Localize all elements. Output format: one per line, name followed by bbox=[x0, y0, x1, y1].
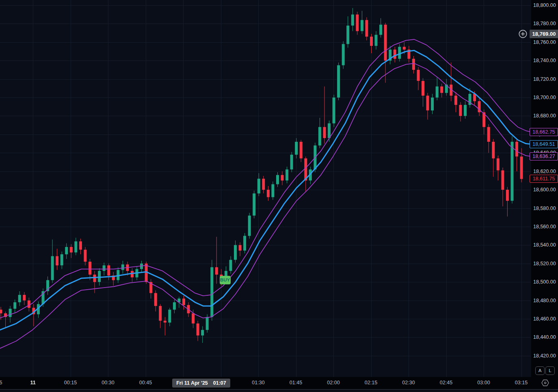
ema-price-label: 18,649.51 bbox=[530, 140, 558, 148]
hexagon-dot-icon bbox=[541, 379, 549, 387]
time-tick: 5 bbox=[0, 380, 2, 386]
crosshair-price-label: 18,769.00 bbox=[530, 30, 558, 38]
price-tick: 18,780.00 bbox=[533, 20, 556, 27]
circle-plus-icon bbox=[519, 30, 527, 38]
price-tick: 18,620.00 bbox=[533, 168, 556, 175]
price-tick: 18,420.00 bbox=[533, 353, 556, 359]
price-tick: 18,500.00 bbox=[533, 279, 556, 285]
price-tick: 18,520.00 bbox=[533, 260, 556, 267]
price-tick: 18,720.00 bbox=[533, 76, 556, 82]
time-axis-settings-corner bbox=[531, 377, 558, 389]
price-tick: 18,560.00 bbox=[533, 223, 556, 230]
auto-scale-button[interactable]: A bbox=[535, 366, 545, 375]
time-tick: 00:30 bbox=[102, 380, 114, 386]
time-tick: 02:45 bbox=[440, 380, 452, 386]
price-tick: 18,540.00 bbox=[533, 242, 556, 248]
time-tick: 03:15 bbox=[515, 380, 528, 386]
window-bottom-edge bbox=[0, 389, 558, 392]
time-tick: 02:15 bbox=[365, 380, 377, 386]
price-axis-plus-icon[interactable] bbox=[519, 30, 527, 38]
price-tick: 18,460.00 bbox=[533, 316, 556, 322]
price-tick: 18,600.00 bbox=[533, 186, 556, 193]
time-tick: 02:30 bbox=[402, 380, 415, 386]
timezone-settings-icon[interactable] bbox=[541, 379, 549, 387]
time-axis[interactable]: 03:1503:0002:4502:3002:1502:0001:4501:30… bbox=[0, 377, 531, 389]
time-tick: 01:30 bbox=[252, 380, 264, 386]
trading-chart-window: BUY A L 18,420.0018,440.0018,460.0018,48… bbox=[0, 0, 558, 392]
chart-background bbox=[0, 0, 531, 377]
price-tick: 18,740.00 bbox=[533, 57, 556, 64]
price-tick: 18,760.00 bbox=[533, 39, 556, 45]
price-tick: 18,680.00 bbox=[533, 113, 556, 119]
bar-time-label: Fri 11 Apr '25 01:07 bbox=[172, 379, 230, 388]
last-price-label: 18,611.75 bbox=[530, 175, 558, 183]
band-upper-price-label: 18,662.75 bbox=[530, 128, 558, 136]
price-tick: 18,580.00 bbox=[533, 205, 556, 212]
price-tick: 18,440.00 bbox=[533, 334, 556, 340]
price-axis[interactable]: 18,420.0018,440.0018,460.0018,480.0018,5… bbox=[531, 0, 558, 377]
band-lower-price-label: 18,636.27 bbox=[530, 152, 558, 160]
price-tick: 18,480.00 bbox=[533, 297, 556, 304]
time-tick: 11 bbox=[30, 380, 35, 386]
price-tick: 18,800.00 bbox=[533, 2, 556, 9]
candlestick-chart-pane[interactable]: BUY bbox=[0, 0, 531, 377]
price-tick: 18,700.00 bbox=[533, 94, 556, 101]
chart-canvas[interactable] bbox=[0, 0, 531, 377]
time-tick: 00:45 bbox=[139, 380, 152, 386]
bar-time-text: 01:07 bbox=[213, 380, 226, 386]
time-tick: 03:00 bbox=[477, 380, 490, 386]
time-tick: 00:15 bbox=[64, 380, 77, 386]
time-tick: 02:00 bbox=[327, 380, 340, 386]
buy-order-marker[interactable]: BUY bbox=[220, 276, 231, 284]
time-tick: 01:45 bbox=[290, 380, 302, 386]
bar-date-text: Fri 11 Apr '25 bbox=[176, 380, 208, 386]
log-scale-button[interactable]: L bbox=[545, 366, 555, 375]
